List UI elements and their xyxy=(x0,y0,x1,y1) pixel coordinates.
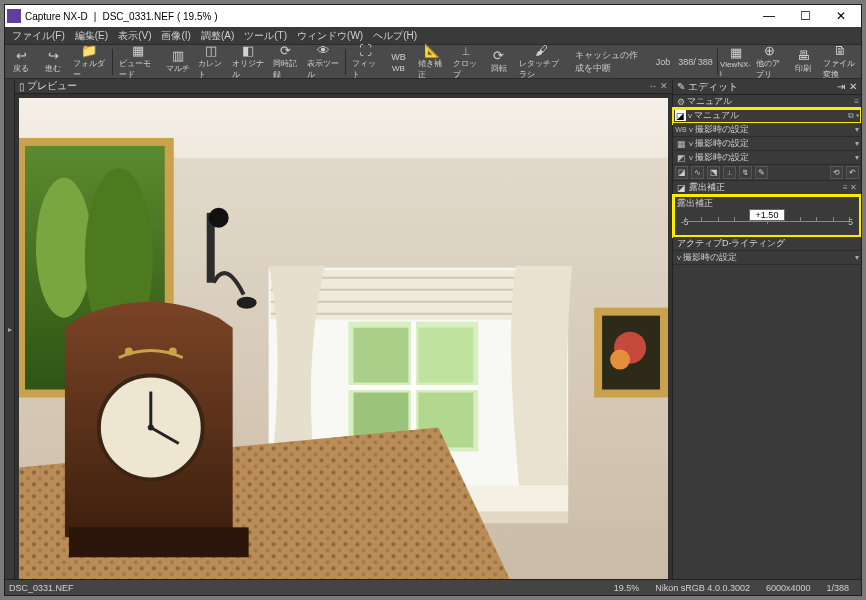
chevron-down-icon: v xyxy=(689,125,693,134)
fileconv-button[interactable]: 🗎ファイル変換 xyxy=(819,45,861,79)
window-titlebar: Capture NX-D | DSC_0331.NEF ( 19.5% ) — … xyxy=(5,5,861,27)
svg-rect-21 xyxy=(353,328,408,383)
reset-icon[interactable]: ⟲ xyxy=(830,166,843,179)
level-icon[interactable]: ⬔ xyxy=(707,166,720,179)
exposure-row-highlighted[interactable]: ◪ v マニュアル ⧉ ▾ xyxy=(673,109,861,123)
preview-title: プレビュー xyxy=(27,79,77,93)
exp-hdr-icon: ◪ xyxy=(677,183,686,193)
svg-point-11 xyxy=(237,297,257,309)
minimize-button[interactable]: — xyxy=(751,6,787,26)
exposure-slider[interactable]: -5 5 +1.50 xyxy=(677,211,857,231)
menu-adjust[interactable]: 調整(A) xyxy=(196,28,239,44)
menu-edit[interactable]: 編集(E) xyxy=(70,28,113,44)
dlighting-header[interactable]: アクティブD-ライティング xyxy=(673,237,861,251)
toolbar: ↩戻る ↪進む 📁フォルダー ▦ビューモード ▥マルチ ◫カレント ◧オリジナル… xyxy=(5,45,861,79)
titlebar-sep: | xyxy=(88,11,103,22)
level-icon: 📐 xyxy=(424,44,440,58)
crop-strip-icon[interactable]: ⟂ xyxy=(723,166,736,179)
folder-icon: 📁 xyxy=(81,44,97,58)
menu-disclosure-icon[interactable]: ≡ xyxy=(854,97,859,106)
svg-point-37 xyxy=(148,424,154,430)
picture-icon: ▦ xyxy=(675,138,687,150)
sync-icon: ⟳ xyxy=(280,44,291,58)
gear-icon: ⚙ xyxy=(675,96,687,108)
forward-button[interactable]: ↪進む xyxy=(37,45,69,79)
left-gutter[interactable]: ▸ xyxy=(5,79,15,579)
curve-icon[interactable]: ∿ xyxy=(691,166,704,179)
collapse-icon[interactable]: ▯ xyxy=(19,81,25,92)
original-button[interactable]: ◧オリジナル xyxy=(228,45,269,79)
pin-icon[interactable]: ⇥ xyxy=(837,81,845,92)
app-name: Capture NX-D xyxy=(25,11,88,22)
dropdown-icon[interactable]: ▾ xyxy=(855,125,859,134)
tone-icon[interactable]: ◪ xyxy=(675,166,688,179)
folder-button[interactable]: 📁フォルダー xyxy=(69,45,110,79)
close-button[interactable]: ✕ xyxy=(823,6,859,26)
edit-icon: ✎ xyxy=(677,81,685,92)
straighten-strip-icon[interactable]: ↯ xyxy=(739,166,752,179)
undo-icon[interactable]: ↶ xyxy=(846,166,859,179)
job-label: Job xyxy=(650,57,677,67)
retouch-button[interactable]: 🖌レタッチブラシ xyxy=(515,45,569,79)
picture-control-row[interactable]: ▦ v 撮影時の設定 ▾ xyxy=(673,137,861,151)
menu-view[interactable]: 表示(V) xyxy=(113,28,156,44)
otherapp-button[interactable]: ⊕他のアプリ xyxy=(752,45,788,79)
viewmode-button[interactable]: ▦ビューモード xyxy=(115,45,162,79)
rotate-icon: ⟳ xyxy=(493,49,504,63)
chevron-down-icon: v xyxy=(689,153,693,162)
brush-strip-icon[interactable]: ✎ xyxy=(755,166,768,179)
menu-help[interactable]: ヘルプ(H) xyxy=(368,28,422,44)
separator xyxy=(345,49,346,75)
menu-file[interactable]: ファイル(F) xyxy=(7,28,70,44)
dlighting-row[interactable]: v 撮影時の設定 ▾ xyxy=(673,251,861,265)
wb-button[interactable]: WBWB xyxy=(382,45,414,79)
status-profile: Nikon sRGB 4.0.0.3002 xyxy=(647,583,758,593)
printer-icon: 🖶 xyxy=(797,49,810,63)
straighten-button[interactable]: 📐傾き補正 xyxy=(414,45,448,79)
eye-icon: 👁 xyxy=(317,44,330,58)
svg-point-7 xyxy=(36,178,92,318)
image-canvas[interactable] xyxy=(19,98,668,579)
export-icon: 🗎 xyxy=(834,44,847,58)
dropdown-icon[interactable]: ▾ xyxy=(855,153,859,162)
panel-close-icon[interactable]: ↔ ✕ xyxy=(648,81,668,91)
current-button[interactable]: ◫カレント xyxy=(194,45,228,79)
exposure-value[interactable]: +1.50 xyxy=(749,209,785,221)
exposure-controls-highlighted: 露出補正 -5 5 +1.50 xyxy=(673,195,861,237)
job-current: 388/ xyxy=(676,57,698,67)
wb-row[interactable]: WB v 撮影時の設定 ▾ xyxy=(673,123,861,137)
syncrec-button[interactable]: ⟳同時記録 xyxy=(269,45,303,79)
dropdown-icon[interactable]: ▾ xyxy=(855,253,859,262)
crop-button[interactable]: ⟂クロップ xyxy=(449,45,483,79)
rotate-button[interactable]: ⟳回転 xyxy=(483,45,515,79)
menu-tool[interactable]: ツール(T) xyxy=(239,28,292,44)
menu-window[interactable]: ウィンドウ(W) xyxy=(292,28,368,44)
crop-icon: ⟂ xyxy=(462,44,470,58)
grid-icon: ▦ xyxy=(132,44,144,58)
multi-button[interactable]: ▥マルチ xyxy=(162,45,194,79)
viewnx-icon: ▦ xyxy=(730,46,742,60)
section-menu-icon[interactable]: ≡ ✕ xyxy=(843,183,857,192)
fit-button[interactable]: ⛶フィット xyxy=(348,45,382,79)
back-button[interactable]: ↩戻る xyxy=(5,45,37,79)
menu-image[interactable]: 画像(I) xyxy=(156,28,195,44)
nr-row[interactable]: ◩ v 撮影時の設定 ▾ xyxy=(673,151,861,165)
multi-icon: ▥ xyxy=(172,49,184,63)
dropdown-icon[interactable]: ⧉ ▾ xyxy=(848,111,859,121)
main-area: ▸ ▯ プレビュー ↔ ✕ xyxy=(5,79,861,579)
showtool-button[interactable]: 👁表示ツール xyxy=(303,45,344,79)
back-arrow-icon: ↩ xyxy=(16,49,27,63)
svg-rect-32 xyxy=(69,527,249,557)
manual-row-1[interactable]: ⚙ マニュアル ≡ xyxy=(673,95,861,109)
print-button[interactable]: 🖶印刷 xyxy=(787,45,819,79)
viewnx-button[interactable]: ▦ViewNX-i xyxy=(720,45,752,79)
filter-icon: ◩ xyxy=(675,152,687,164)
maximize-button[interactable]: ☐ xyxy=(787,6,823,26)
dropdown-icon[interactable]: ▾ xyxy=(855,139,859,148)
dropper-icon: WB xyxy=(391,50,406,64)
chevron-down-icon: v xyxy=(689,139,693,148)
preview-header: ▯ プレビュー ↔ ✕ xyxy=(15,79,672,94)
exposure-section-header[interactable]: ◪ 露出補正 ≡ ✕ xyxy=(673,181,861,195)
separator xyxy=(717,49,718,75)
panel-close-icon[interactable]: ✕ xyxy=(849,81,857,92)
